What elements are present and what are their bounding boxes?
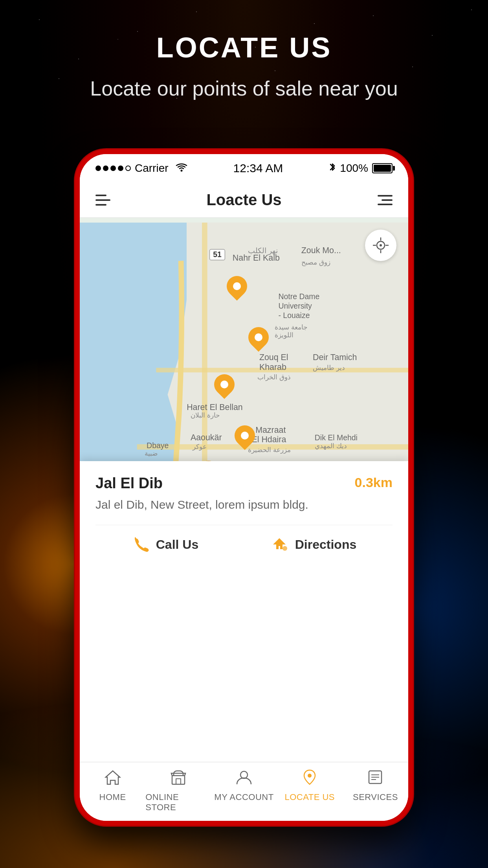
svg-text:Dbaye: Dbaye bbox=[147, 441, 169, 450]
directions-label: Directions bbox=[295, 537, 356, 552]
bottom-nav: HOME ONLINE STORE bbox=[80, 762, 408, 821]
svg-text:Haret El Bellan: Haret El Bellan bbox=[187, 403, 243, 412]
nav-item-online-store[interactable]: ONLINE STORE bbox=[145, 769, 211, 813]
nav-item-home[interactable]: HOME bbox=[80, 769, 145, 802]
svg-text:Notre Dame: Notre Dame bbox=[278, 292, 319, 301]
svg-text:ديك المهدي: ديك المهدي bbox=[315, 442, 347, 450]
svg-text:El Hdaira: El Hdaira bbox=[251, 435, 286, 444]
svg-point-51 bbox=[380, 244, 382, 246]
nav-item-my-account[interactable]: MY ACCOUNT bbox=[211, 769, 277, 802]
location-target-button[interactable] bbox=[365, 230, 396, 261]
account-icon bbox=[235, 769, 253, 789]
battery-icon bbox=[372, 163, 393, 173]
nav-label-my-account: MY ACCOUNT bbox=[214, 792, 273, 802]
nav-label-services: SERVICES bbox=[353, 792, 398, 802]
svg-text:Mazraat: Mazraat bbox=[255, 425, 286, 435]
status-right: 100% bbox=[329, 162, 393, 175]
svg-text:دير طاميش: دير طاميش bbox=[313, 364, 345, 372]
location-distance: 0.3km bbox=[355, 475, 393, 490]
svg-text:ذوق الخراب: ذوق الخراب bbox=[257, 373, 291, 381]
svg-text:Dik El Mehdi: Dik El Mehdi bbox=[315, 433, 358, 442]
call-us-button[interactable]: Call Us bbox=[132, 535, 198, 554]
svg-text:51: 51 bbox=[213, 250, 222, 259]
svg-rect-58 bbox=[176, 779, 181, 784]
svg-text:مزرعة الحضيرة: مزرعة الحضيرة bbox=[248, 446, 291, 454]
svg-text:عوكر: عوكر bbox=[192, 443, 207, 451]
info-header: Jal El Dib 0.3km bbox=[95, 475, 393, 492]
page-subtitle: Locate our points of sale near you bbox=[0, 75, 488, 102]
phone-icon bbox=[132, 535, 150, 554]
location-info-card: Jal El Dib 0.3km Jal el Dib, New Street,… bbox=[80, 461, 408, 564]
locate-icon bbox=[301, 769, 318, 789]
directions-button[interactable]: Directions bbox=[271, 535, 356, 554]
map-marker-3[interactable] bbox=[214, 374, 235, 395]
svg-point-0 bbox=[180, 169, 182, 171]
list-menu-button[interactable] bbox=[378, 195, 393, 205]
directions-icon bbox=[271, 535, 290, 554]
home-icon bbox=[104, 769, 121, 789]
signal-dots bbox=[95, 166, 131, 171]
svg-text:حارة البلان: حارة البلان bbox=[191, 411, 220, 419]
map-marker-2[interactable] bbox=[248, 327, 269, 348]
svg-text:Aaoukär: Aaoukär bbox=[191, 433, 222, 442]
services-icon bbox=[367, 769, 384, 789]
nav-label-locate-us: LOCATE US bbox=[284, 792, 335, 802]
map-section[interactable]: Nahr El Kalb نهر الكلب Zouk Mo... زوق مص… bbox=[80, 218, 408, 564]
info-actions: Call Us Directions bbox=[95, 525, 393, 554]
status-bar: Carrier 12:34 AM bbox=[80, 154, 408, 182]
svg-point-59 bbox=[240, 771, 248, 778]
nav-item-services[interactable]: SERVICES bbox=[343, 769, 408, 802]
svg-text:نهر الكلب: نهر الكلب bbox=[248, 246, 278, 255]
top-section: LOCATE US Locate our points of sale near… bbox=[0, 0, 488, 102]
signal-dot-4 bbox=[118, 166, 123, 171]
svg-text:Zouk Mo...: Zouk Mo... bbox=[301, 246, 341, 255]
svg-text:Nahr El Kalb: Nahr El Kalb bbox=[233, 253, 280, 263]
map-marker-1[interactable] bbox=[227, 276, 247, 296]
svg-text:جامعة سيدة: جامعة سيدة bbox=[275, 323, 308, 331]
location-name: Jal El Dib bbox=[95, 475, 163, 492]
location-address: Jal el Dib, New Street, lorem ipsum bldg… bbox=[95, 497, 393, 513]
bluetooth-icon bbox=[329, 162, 336, 175]
status-left: Carrier bbox=[95, 162, 187, 175]
svg-text:University: University bbox=[278, 302, 312, 310]
svg-text:Kharab: Kharab bbox=[259, 362, 286, 372]
svg-text:اللويزة: اللويزة bbox=[275, 331, 294, 339]
store-icon bbox=[170, 769, 187, 789]
app-header: Loacte Us bbox=[80, 182, 408, 218]
app-header-title: Loacte Us bbox=[206, 191, 281, 209]
call-us-label: Call Us bbox=[156, 537, 198, 552]
nav-item-locate-us[interactable]: LOCATE US bbox=[277, 769, 343, 802]
map-background: Nahr El Kalb نهر الكلب Zouk Mo... زوق مص… bbox=[80, 218, 408, 564]
signal-dot-5 bbox=[125, 166, 131, 171]
svg-text:Zouq El: Zouq El bbox=[259, 353, 288, 362]
hamburger-menu-button[interactable] bbox=[95, 195, 110, 206]
page-title: LOCATE US bbox=[0, 31, 488, 64]
signal-dot-2 bbox=[103, 166, 108, 171]
svg-point-56 bbox=[283, 546, 287, 551]
svg-rect-57 bbox=[172, 776, 185, 784]
svg-text:ضبية: ضبية bbox=[145, 449, 158, 457]
wifi-icon bbox=[176, 162, 187, 175]
nav-label-home: HOME bbox=[99, 792, 126, 802]
svg-text:زوق مصبح: زوق مصبح bbox=[301, 258, 330, 267]
status-time: 12:34 AM bbox=[233, 162, 283, 175]
carrier-label: Carrier bbox=[135, 162, 169, 175]
map-marker-4[interactable] bbox=[235, 425, 255, 446]
nav-label-online-store: ONLINE STORE bbox=[145, 792, 211, 813]
svg-text:Deir Tamich: Deir Tamich bbox=[313, 353, 357, 362]
svg-text:- Louaize: - Louaize bbox=[278, 311, 310, 320]
signal-dot-3 bbox=[110, 166, 116, 171]
signal-dot-1 bbox=[95, 166, 101, 171]
svg-point-60 bbox=[308, 774, 312, 778]
battery-percent: 100% bbox=[340, 162, 368, 175]
phone-frame: Carrier 12:34 AM bbox=[75, 149, 413, 826]
phone-mockup: Carrier 12:34 AM bbox=[75, 149, 413, 826]
